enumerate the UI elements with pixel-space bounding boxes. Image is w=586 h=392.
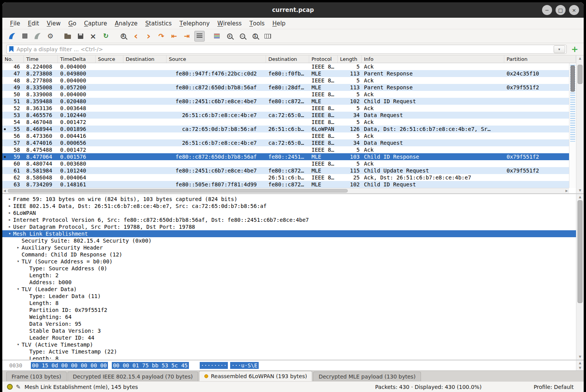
go-last-packet-button[interactable]: ⇥: [182, 31, 192, 42]
resize-columns-button[interactable]: [263, 31, 273, 42]
scroll-up-icon[interactable]: ▲: [576, 57, 584, 60]
start-capture-button[interactable]: [7, 31, 17, 42]
detail-line-type-leader-data-11[interactable]: Type: Leader Data (11): [2, 293, 576, 300]
packet-row-62[interactable]: 628.5860480.00406426:51:c6:b…IEEE 8…25Ac…: [2, 174, 569, 181]
minimap-thumb[interactable]: [571, 65, 575, 92]
filter-bookmark-icon[interactable]: [9, 46, 13, 52]
column-header-destination-6[interactable]: Destination: [266, 55, 309, 63]
vscroll-thumb[interactable]: [578, 200, 583, 303]
packet-row-61[interactable]: 618.5819840.101240fe80::2451:c6b7:e8ce:4…: [2, 167, 569, 174]
hex-bytes-group1[interactable]: 00 15 0d 00 00 00 00 00: [31, 362, 108, 369]
detail-line-tlv-active-timestamp[interactable]: ▾TLV (Active Timestamp): [2, 341, 576, 348]
column-header-protocol-7[interactable]: Protocol: [309, 55, 338, 63]
menu-edit[interactable]: Edit: [24, 18, 43, 29]
detail-line-type-active-timestamp-22[interactable]: Type: Active Timestamp (22): [2, 348, 576, 355]
detail-line-ieee-802-15-4-data-dst-26-51-c6-b7-e8-ce[interactable]: ▸IEEE 802.15.4 Data, Dst: 26:51:c6:b7:e8…: [2, 203, 576, 209]
packet-list-vscrollbar[interactable]: ▲ ▼: [576, 55, 584, 193]
packet-row-63[interactable]: 638.7342090.148161fe80::505e:f807:7f81:4…: [2, 181, 569, 188]
collapse-arrow-icon[interactable]: ▾: [15, 258, 22, 265]
detail-line-weighting-64[interactable]: Weighting: 64: [2, 313, 576, 320]
zoom-out-button[interactable]: −: [237, 31, 248, 42]
vscroll-thumb[interactable]: [578, 65, 583, 84]
menu-go[interactable]: Go: [64, 18, 80, 29]
detail-line-auxiliary-security-header[interactable]: ▸Auxiliary Security Header: [2, 244, 576, 251]
reload-file-button[interactable]: ↻: [101, 31, 111, 42]
packet-row-57[interactable]: 578.4740160.00065626:51:c6:b7:e8:ce:4b:e…: [2, 139, 569, 146]
packet-row-58[interactable]: 588.4754880.001472IEEE 8…5Ack: [2, 146, 569, 153]
zoom-in-button[interactable]: +: [224, 31, 235, 42]
detail-line-command-child-id-response-12[interactable]: Command: Child ID Response (12): [2, 251, 576, 258]
titlebar[interactable]: current.pcap −□×: [2, 2, 584, 18]
menu-capture[interactable]: Capture: [80, 18, 111, 29]
byte-tab-frame-103-bytes[interactable]: Frame (103 bytes): [6, 372, 67, 381]
display-filter-input[interactable]: [17, 46, 554, 52]
packet-row-60[interactable]: 608.4807440.003680IEEE 8…5Ack: [2, 160, 569, 167]
go-back-button[interactable]: ‹: [131, 31, 141, 42]
expand-arrow-icon[interactable]: ▸: [6, 209, 13, 216]
column-header-source-5[interactable]: Source: [167, 55, 266, 63]
packet-row-55[interactable]: 558.4689440.001896ca:72:65:0d:b7:b8:56:a…: [2, 126, 569, 132]
byte-tab-reassembled-6lowpan-193-bytes[interactable]: Reassembled 6LoWPAN (193 bytes): [199, 371, 312, 381]
expand-arrow-icon[interactable]: ▸: [6, 216, 13, 223]
hex-vscrollbar[interactable]: ▲ ▼: [576, 360, 584, 370]
detail-line-data-version-95[interactable]: Data Version: 95: [2, 320, 576, 327]
collapse-arrow-icon[interactable]: ▾: [15, 341, 22, 348]
save-file-button[interactable]: [75, 31, 86, 42]
byte-tab-decrypted-mle-payload-130-bytes[interactable]: Decrypted MLE payload (130 bytes): [313, 372, 421, 381]
minimize-button[interactable]: −: [542, 5, 552, 15]
packet-row-48[interactable]: 488.2778080.004000IEEE 8…5Ack: [2, 77, 569, 84]
menu-help[interactable]: Help: [268, 18, 289, 29]
detail-line-user-datagram-protocol-src-port-19788-ds[interactable]: ▸User Datagram Protocol, Src Port: 19788…: [2, 223, 576, 230]
hex-ascii-group2[interactable]: ···u·S\E: [230, 362, 258, 369]
column-header-partition-10[interactable]: Partition: [504, 55, 576, 63]
expand-arrow-icon[interactable]: ▸: [6, 223, 13, 230]
detail-line-security-suite-802-15-4-security-0x00[interactable]: Security Suite: 802.15.4 Security (0x00): [2, 237, 576, 244]
details-vscrollbar[interactable]: ▲ ▼: [576, 194, 584, 360]
scroll-right-icon[interactable]: ▶: [566, 189, 568, 193]
scroll-down-icon[interactable]: ▼: [576, 189, 584, 192]
filter-history-dropdown[interactable]: ▾: [554, 45, 565, 53]
detail-line-length-8[interactable]: Length: 8: [2, 300, 576, 307]
packet-row-46[interactable]: 468.2240080.004000IEEE 8…5Ack: [2, 63, 569, 70]
hex-bytes-group2[interactable]: 00 00 01 75 bb 53 5c 45: [112, 362, 189, 369]
menu-telephony[interactable]: Telephony: [175, 18, 213, 29]
go-to-packet-button[interactable]: ↷: [156, 31, 167, 42]
add-filter-button[interactable]: +: [571, 45, 578, 54]
packet-row-53[interactable]: 538.4655760.10244026:51:c6:b7:e8:ce:4b:e…: [2, 112, 569, 119]
packet-row-51[interactable]: 518.3594880.020480fe80::2451:c6b7:e8ce:4…: [2, 98, 569, 105]
column-header-no-0[interactable]: No.: [2, 55, 24, 63]
column-header-timedelta-2[interactable]: TimeDelta: [58, 55, 96, 63]
hscroll-thumb[interactable]: [8, 189, 348, 193]
maximize-button[interactable]: □: [556, 5, 566, 15]
stop-capture-button[interactable]: [20, 31, 30, 42]
detail-line-type-source-address-0[interactable]: Type: Source Address (0): [2, 265, 576, 272]
packet-row-49[interactable]: 498.3350080.057200fe80::c872:650d:b7b8:5…: [2, 84, 569, 91]
go-forward-button[interactable]: ›: [143, 31, 154, 42]
scroll-down-icon[interactable]: ▼: [576, 355, 584, 358]
scroll-up-icon[interactable]: ▲: [576, 195, 584, 199]
column-header-info-9[interactable]: Info: [362, 55, 504, 63]
byte-tab-decrypted-ieee-802-15-4-payload-70-bytes[interactable]: Decrypted IEEE 802.15.4 payload (70 byte…: [67, 372, 198, 381]
menu-wireless[interactable]: Wireless: [214, 18, 246, 29]
detail-line-6lowpan[interactable]: ▸6LoWPAN: [2, 209, 576, 216]
find-packet-button[interactable]: A: [118, 31, 128, 42]
detail-line-tlv-leader-data[interactable]: ▾TLV (Leader Data): [2, 286, 576, 293]
detail-line-leader-router-id-44[interactable]: Leader Router ID: 44: [2, 334, 576, 341]
menu-statistics[interactable]: Statistics: [141, 18, 176, 29]
colorize-packets-button[interactable]: [212, 31, 222, 42]
scroll-up-icon[interactable]: ▲: [576, 361, 584, 365]
detail-line-length-2[interactable]: Length: 2: [2, 272, 576, 279]
scroll-left-icon[interactable]: ◀: [3, 189, 6, 193]
packet-list-minimap-scrollbar[interactable]: [569, 63, 576, 188]
restart-capture-button[interactable]: [32, 31, 43, 42]
close-file-button[interactable]: ×: [88, 31, 98, 42]
column-header-destination-4[interactable]: Destination: [123, 55, 167, 63]
open-file-button[interactable]: [62, 31, 73, 42]
expand-arrow-icon[interactable]: ▸: [15, 244, 22, 251]
packet-row-59[interactable]: 598.4770640.001576fe80::c872:650d:b7b8:5…: [2, 153, 569, 160]
detail-line-mesh-link-establishment[interactable]: ▾Mesh Link Establishment: [2, 230, 576, 237]
menu-tools[interactable]: Tools: [246, 18, 269, 29]
packet-row-50[interactable]: 508.3390080.004000IEEE 8…5Ack: [2, 91, 569, 98]
column-header-time-1[interactable]: Time: [24, 55, 58, 63]
menu-file[interactable]: File: [6, 18, 24, 29]
